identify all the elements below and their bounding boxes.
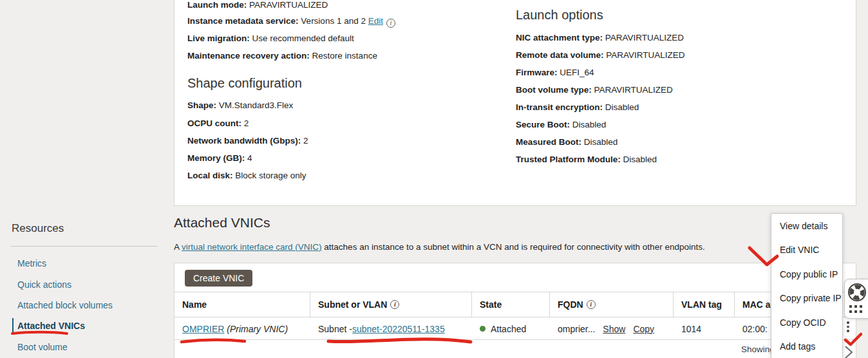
- vnic-name-link[interactable]: OMPRIER: [182, 324, 224, 334]
- primary-vnic-label: (Primary VNIC): [227, 324, 288, 334]
- launch-mode-label: Launch mode:: [187, 0, 247, 10]
- bandwidth-row: Network bandwidth (Gbps): 2: [187, 136, 308, 146]
- measured-boot-label: Measured Boot:: [516, 137, 581, 147]
- row-actions-kebab-icon[interactable]: [847, 321, 849, 332]
- description-suffix: attaches an instance to a subnet within …: [322, 242, 705, 252]
- secure-boot-value: Disabled: [572, 120, 607, 129]
- shape-configuration-title: Shape configuration: [187, 76, 302, 91]
- vnic-doc-link[interactable]: virtual network interface card (VNIC): [182, 242, 322, 252]
- secure-boot-label: Secure Boot:: [516, 120, 570, 129]
- nic-attachment-label: NIC attachment type:: [516, 33, 603, 42]
- tpm-row: Trusted Platform Module: Disabled: [516, 155, 657, 164]
- info-icon[interactable]: [386, 19, 395, 28]
- column-header-vlan-tag: VLAN tag: [674, 292, 735, 317]
- in-transit-encryption-label: In-transit encryption:: [516, 102, 603, 112]
- launch-options-title: Launch options: [516, 8, 603, 23]
- menu-item-copy-public-ip[interactable]: Copy public IP: [771, 262, 842, 287]
- create-vnic-button[interactable]: Create VNIC: [185, 270, 252, 287]
- annotation-underline-sidebar: [12, 332, 67, 334]
- remote-data-volume-label: Remote data volume:: [516, 50, 604, 60]
- sidebar-item-attached-block-volumes[interactable]: Attached block volumes: [17, 300, 113, 310]
- description-prefix: A: [174, 242, 182, 252]
- fqdn-header-label: FQDN: [558, 299, 583, 310]
- instance-details-card: Launch mode: PARAVIRTUALIZED Instance me…: [174, 0, 856, 206]
- ocpu-value: 2: [244, 118, 249, 128]
- state-text: Attached: [491, 324, 526, 334]
- fqdn-show-link[interactable]: Show: [603, 324, 625, 334]
- in-transit-encryption-row: In-transit encryption: Disabled: [516, 102, 639, 112]
- apps-grid-icon: [849, 305, 862, 313]
- maintenance-recovery-row: Maintenance recovery action: Restore ins…: [187, 51, 377, 61]
- local-disk-row: Local disk: Block storage only: [187, 171, 307, 180]
- remote-data-volume-row: Remote data volume: PARAVIRTUALIZED: [516, 50, 685, 60]
- vnic-actions-context-menu: View details Edit VNIC Copy public IP Co…: [771, 213, 843, 358]
- nic-attachment-value: PARAVIRTUALIZED: [605, 33, 684, 42]
- memory-row: Memory (GB): 4: [187, 153, 252, 163]
- menu-item-view-details[interactable]: View details: [771, 214, 842, 238]
- tpm-value: Disabled: [623, 155, 657, 164]
- sidebar-item-attached-vnics[interactable]: Attached VNICs: [17, 321, 85, 331]
- in-transit-encryption-value: Disabled: [605, 102, 639, 112]
- boot-volume-type-row: Boot volume type: PARAVIRTUALIZED: [516, 85, 673, 95]
- firmware-value: UEFI_64: [560, 68, 594, 77]
- info-icon[interactable]: [390, 300, 399, 309]
- metadata-service-row: Instance metadata service: Versions 1 an…: [187, 16, 395, 28]
- fqdn-copy-link[interactable]: Copy: [633, 324, 654, 334]
- info-icon[interactable]: [587, 300, 596, 309]
- memory-label: Memory (GB):: [187, 153, 245, 163]
- shape-value: VM.Standard3.Flex: [219, 100, 294, 110]
- fqdn-truncated: omprier...: [558, 324, 595, 334]
- firmware-row: Firmware: UEFI_64: [516, 68, 594, 77]
- sidebar-item-quick-actions[interactable]: Quick actions: [17, 279, 71, 290]
- shape-row: Shape: VM.Standard3.Flex: [187, 100, 293, 110]
- local-disk-label: Local disk:: [187, 171, 233, 180]
- sidebar-item-boot-volume[interactable]: Boot volume: [17, 342, 68, 352]
- subnet-link[interactable]: subnet-20220511-1335: [352, 324, 445, 334]
- secure-boot-row: Secure Boot: Disabled: [516, 120, 606, 129]
- attached-vnics-description: A virtual network interface card (VNIC) …: [174, 242, 705, 252]
- maintenance-recovery-value: Restore instance: [312, 51, 377, 61]
- assistant-widget[interactable]: [844, 279, 868, 319]
- ocpu-row: OCPU count: 2: [187, 118, 249, 128]
- menu-item-copy-private-ip[interactable]: Copy private IP: [771, 287, 842, 311]
- maintenance-recovery-label: Maintenance recovery action:: [187, 51, 310, 61]
- vnics-table-header: Name Subnet or VLAN State FQDN VLAN tag …: [175, 292, 856, 317]
- live-migration-label: Live migration:: [187, 33, 250, 43]
- resources-divider: [11, 246, 158, 247]
- chevron-right-icon[interactable]: [844, 345, 854, 358]
- metadata-service-value: Versions 1 and 2: [301, 16, 366, 26]
- cell-fqdn: omprier... Show Copy: [550, 318, 674, 339]
- subnet-prefix: Subnet -: [318, 324, 352, 334]
- cell-subnet: Subnet - subnet-20220511-1335: [310, 318, 472, 339]
- vnics-table-card: Create VNIC Name Subnet or VLAN State FQ…: [174, 263, 856, 358]
- menu-item-copy-ocid[interactable]: Copy OCID: [771, 310, 842, 335]
- metadata-edit-link[interactable]: Edit: [368, 16, 383, 26]
- remote-data-volume-value: PARAVIRTUALIZED: [606, 50, 684, 60]
- measured-boot-row: Measured Boot: Disabled: [516, 137, 618, 147]
- help-buoy-icon: [847, 282, 867, 303]
- bandwidth-value: 2: [303, 136, 308, 146]
- launch-mode-row: Launch mode: PARAVIRTUALIZED: [187, 0, 328, 10]
- attached-vnics-title: Attached VNICs: [174, 215, 270, 231]
- sidebar-active-indicator: [12, 318, 14, 334]
- boot-volume-type-value: PARAVIRTUALIZED: [594, 85, 673, 95]
- menu-item-add-tags[interactable]: Add tags: [771, 335, 842, 358]
- metadata-service-label: Instance metadata service:: [187, 16, 299, 26]
- sidebar-item-metrics[interactable]: Metrics: [17, 258, 46, 268]
- oci-instance-details-page: Launch mode: PARAVIRTUALIZED Instance me…: [0, 0, 868, 358]
- column-header-state: State: [472, 292, 550, 317]
- tpm-label: Trusted Platform Module:: [516, 155, 621, 164]
- column-header-subnet: Subnet or VLAN: [310, 292, 472, 317]
- nic-attachment-row: NIC attachment type: PARAVIRTUALIZED: [516, 33, 684, 42]
- column-header-fqdn: FQDN: [550, 292, 674, 317]
- local-disk-value: Block storage only: [235, 171, 306, 180]
- shape-label: Shape:: [187, 100, 216, 110]
- launch-mode-value: PARAVIRTUALIZED: [249, 0, 328, 10]
- memory-value: 4: [247, 153, 252, 163]
- resources-title: Resources: [12, 222, 64, 235]
- cell-name: OMPRIER (Primary VNIC): [175, 318, 310, 339]
- cell-state: Attached: [472, 318, 550, 339]
- cell-vlan-tag: 1014: [674, 318, 735, 339]
- boot-volume-type-label: Boot volume type:: [516, 85, 592, 95]
- menu-item-edit-vnic[interactable]: Edit VNIC: [771, 238, 842, 263]
